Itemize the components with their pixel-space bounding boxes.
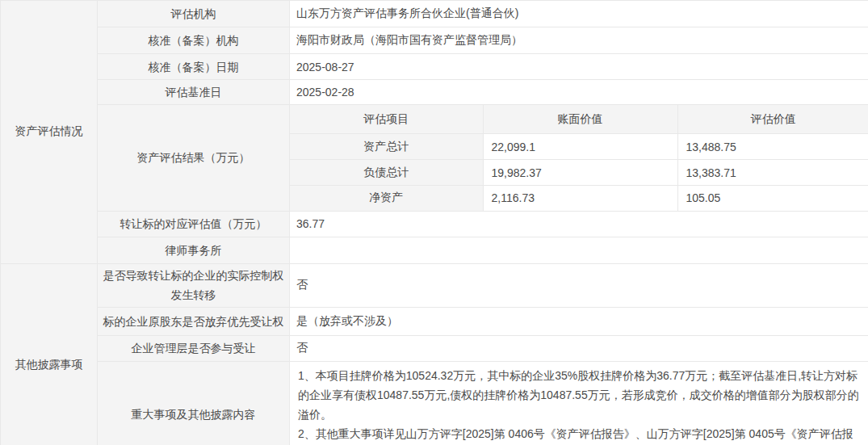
table-row: 律师事务所 — [1, 237, 868, 263]
item-total-liabilities: 负债总计 — [290, 160, 483, 186]
major-matters-paragraph-2: 2、其他重大事项详见山万方评字[2025]第 0406号《资产评估报告》、山万方… — [298, 424, 860, 445]
value-law-firm — [290, 237, 868, 263]
assessment-data-row: 负债总计 19,982.37 13,383.71 — [290, 160, 868, 186]
book-value-total-assets: 22,099.1 — [483, 134, 677, 160]
assessment-result-cell: 评估项目 账面价值 评估价值 资产总计 22,099.1 13,488.75 负… — [290, 105, 868, 212]
group-cell-other-disclosure: 其他披露事项 — [1, 263, 98, 445]
label-assessment-agency: 评估机构 — [98, 1, 290, 27]
book-value-net-assets: 2,116.73 — [483, 186, 677, 211]
value-management-participation: 否 — [290, 335, 868, 361]
item-net-assets: 净资产 — [290, 186, 483, 211]
assessment-result-table: 评估项目 账面价值 评估价值 资产总计 22,099.1 13,488.75 负… — [290, 105, 868, 211]
assessed-value-net-assets: 105.05 — [677, 186, 868, 211]
table-row: 标的企业原股东是否放弃优先受让权 是（放弃或不涉及） — [1, 307, 868, 335]
value-transfer-assessed-value: 36.77 — [290, 211, 868, 237]
item-total-assets: 资产总计 — [290, 134, 483, 160]
label-waive-preemptive-right: 标的企业原股东是否放弃优先受让权 — [98, 307, 290, 335]
label-approval-agency: 核准（备案）机构 — [98, 27, 290, 54]
disclosure-table: 资产评估情况 评估机构 山东万方资产评估事务所合伙企业(普通合伙) 核准（备案）… — [0, 0, 868, 445]
value-approval-agency: 海阳市财政局（海阳市国有资产监督管理局） — [290, 27, 868, 54]
table-row: 资产评估结果（万元） 评估项目 账面价值 评估价值 — [1, 105, 868, 212]
label-management-participation: 企业管理层是否参与受让 — [98, 335, 290, 361]
label-major-matters: 重大事项及其他披露内容 — [98, 361, 290, 445]
value-assessment-base-date: 2025-02-28 — [290, 80, 868, 105]
value-major-matters: 1、本项目挂牌价格为10524.32万元，其中标的企业35%股权挂牌价格为36.… — [290, 361, 868, 445]
label-assessment-result: 资产评估结果（万元） — [98, 105, 290, 212]
table-row: 资产评估情况 评估机构 山东万方资产评估事务所合伙企业(普通合伙) — [1, 1, 868, 27]
assessment-header-row: 评估项目 账面价值 评估价值 — [290, 105, 868, 134]
table-row: 核准（备案）日期 2025-08-27 — [1, 54, 868, 80]
label-transfer-assessed-value: 转让标的对应评估值（万元） — [98, 211, 290, 237]
table-row: 转让标的对应评估值（万元） 36.77 — [1, 211, 868, 237]
table-row: 企业管理层是否参与受让 否 — [1, 335, 868, 361]
label-assessment-base-date: 评估基准日 — [98, 80, 290, 105]
header-book-value: 账面价值 — [483, 105, 677, 134]
label-approval-date: 核准（备案）日期 — [98, 54, 290, 80]
table-row: 核准（备案）机构 海阳市财政局（海阳市国有资产监督管理局） — [1, 27, 868, 54]
assessment-data-row: 资产总计 22,099.1 13,488.75 — [290, 134, 868, 160]
value-assessment-agency: 山东万方资产评估事务所合伙企业(普通合伙) — [290, 1, 868, 27]
table-row: 评估基准日 2025-02-28 — [1, 80, 868, 105]
value-waive-preemptive-right: 是（放弃或不涉及） — [290, 307, 868, 335]
table-row: 重大事项及其他披露内容 1、本项目挂牌价格为10524.32万元，其中标的企业3… — [1, 361, 868, 445]
assessed-value-total-liabilities: 13,383.71 — [677, 160, 868, 186]
group-cell-asset-assessment: 资产评估情况 — [1, 1, 98, 264]
book-value-total-liabilities: 19,982.37 — [483, 160, 677, 186]
header-assessed-value: 评估价值 — [677, 105, 868, 134]
value-approval-date: 2025-08-27 — [290, 54, 868, 80]
major-matters-paragraph-1: 1、本项目挂牌价格为10524.32万元，其中标的企业35%股权挂牌价格为36.… — [298, 366, 860, 424]
assessment-data-row: 净资产 2,116.73 105.05 — [290, 186, 868, 211]
page: 资产评估情况 评估机构 山东万方资产评估事务所合伙企业(普通合伙) 核准（备案）… — [0, 0, 868, 445]
value-control-transfer: 否 — [290, 263, 868, 307]
header-assessment-item: 评估项目 — [290, 105, 483, 134]
label-law-firm: 律师事务所 — [98, 237, 290, 263]
label-control-transfer: 是否导致转让标的企业的实际控制权发生转移 — [98, 263, 290, 307]
table-row: 其他披露事项 是否导致转让标的企业的实际控制权发生转移 否 — [1, 263, 868, 307]
assessed-value-total-assets: 13,488.75 — [677, 134, 868, 160]
